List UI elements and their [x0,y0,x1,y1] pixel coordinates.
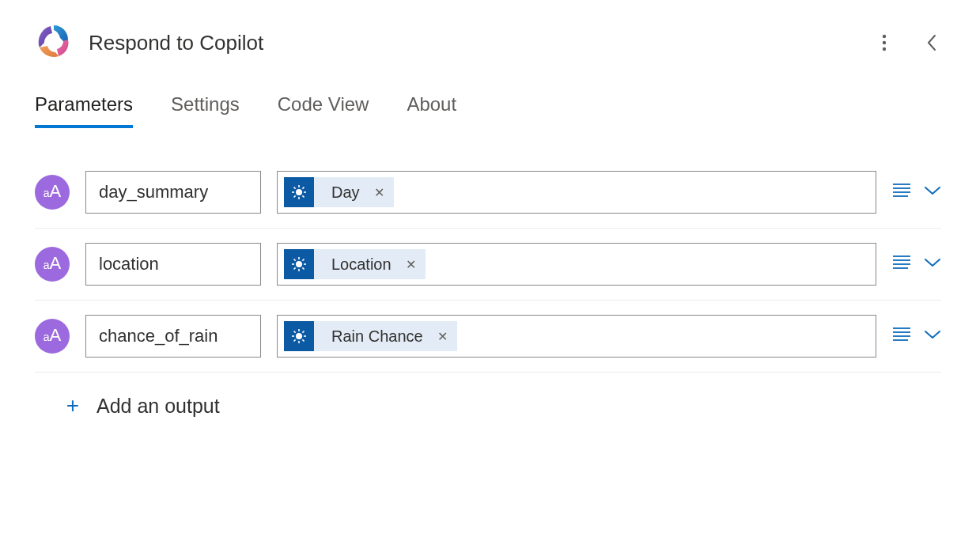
svg-line-10 [294,195,296,197]
text-type-icon: aA [35,319,70,354]
parameter-row: aA [35,229,941,301]
chevron-down-icon[interactable] [924,329,941,343]
tab-parameters[interactable]: Parameters [35,93,133,128]
token-remove-icon[interactable]: ✕ [403,257,426,272]
chevron-down-icon[interactable] [924,257,941,271]
svg-point-29 [296,333,302,339]
row-actions [892,183,941,202]
svg-line-34 [294,331,296,333]
list-icon[interactable] [892,255,911,274]
plus-icon: + [63,393,82,418]
row-actions [892,327,941,346]
header-actions [872,30,944,55]
parameter-name-input[interactable] [85,315,261,358]
tab-about[interactable]: About [407,93,456,128]
parameter-value-input[interactable]: Location ✕ [277,243,876,286]
svg-line-11 [302,187,304,189]
panel-header: Respond to Copilot [0,0,976,79]
parameter-value-input[interactable]: Day ✕ [277,171,876,214]
list-icon[interactable] [892,183,911,202]
tab-code-view[interactable]: Code View [278,93,369,128]
tab-bar: Parameters Settings Code View About [0,79,976,128]
svg-line-23 [294,267,296,269]
list-icon[interactable] [892,327,911,346]
token-label: Location [314,255,403,274]
dynamic-content-token[interactable]: Location ✕ [284,249,426,279]
parameter-row: aA [35,157,941,229]
svg-line-9 [302,195,304,197]
dynamic-content-token[interactable]: Rain Chance ✕ [284,321,457,351]
page-title: Respond to Copilot [89,31,856,55]
add-output-button[interactable]: + Add an output [35,373,941,418]
add-output-label: Add an output [96,395,220,418]
row-actions [892,255,941,274]
token-label: Rain Chance [314,327,434,346]
svg-line-36 [294,339,296,341]
token-remove-icon[interactable]: ✕ [371,185,394,200]
copilot-logo-icon [35,22,73,63]
weather-connector-icon [284,177,314,207]
svg-line-8 [294,187,296,189]
svg-line-24 [302,259,304,261]
parameters-list: aA [0,128,976,418]
svg-point-0 [883,35,886,38]
chevron-down-icon[interactable] [924,185,941,199]
text-type-icon: aA [35,175,70,210]
dynamic-content-token[interactable]: Day ✕ [284,177,394,207]
svg-line-22 [302,267,304,269]
weather-connector-icon [284,321,314,351]
svg-point-16 [296,261,302,267]
tab-settings[interactable]: Settings [171,93,240,128]
svg-point-2 [883,47,886,51]
svg-line-35 [302,339,304,341]
token-label: Day [314,184,371,202]
svg-line-37 [302,331,304,333]
parameter-name-input[interactable] [85,171,261,214]
svg-point-1 [883,41,886,44]
weather-connector-icon [284,249,314,279]
collapse-panel-icon[interactable] [919,30,944,55]
parameter-value-input[interactable]: Rain Chance ✕ [277,315,876,358]
svg-line-21 [294,259,296,261]
svg-point-3 [296,189,302,195]
token-remove-icon[interactable]: ✕ [434,329,457,344]
parameter-row: aA [35,301,941,373]
more-options-icon[interactable] [872,30,897,55]
text-type-icon: aA [35,247,70,282]
parameter-name-input[interactable] [85,243,261,286]
